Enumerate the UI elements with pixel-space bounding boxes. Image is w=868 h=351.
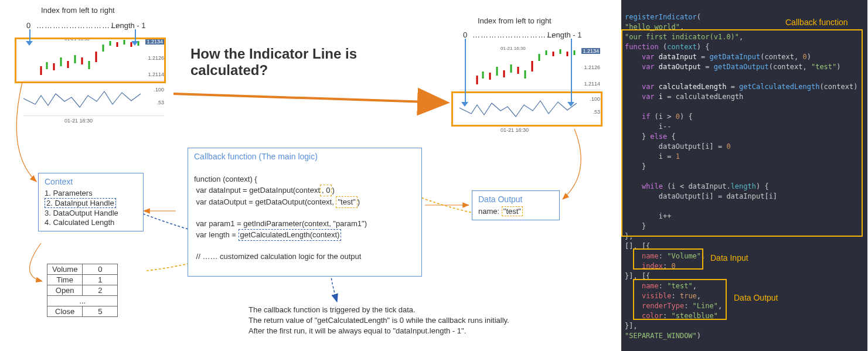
data-output-title: Data Output (478, 195, 553, 204)
highlight-price-left (15, 38, 166, 83)
candlestick-sketch-right (459, 43, 600, 90)
index-end-right: Length - 1 (547, 30, 582, 39)
ctx-item-2: 2. DataInput Handle (45, 198, 137, 208)
index-arrow-n-left (135, 29, 136, 42)
context-title: Context (45, 177, 137, 186)
title-text: How the Indicator Line is calculated? (190, 46, 357, 78)
index-dots-right: ………………………… (472, 30, 554, 39)
chart-price-panel-right: 1.2134 1.2126 1.2114 01-21 16:30 (459, 43, 600, 90)
callback-pseudocode: function (context) { var dataInput = get… (194, 163, 416, 272)
callout-datainput-label: Data Input (709, 253, 750, 263)
indicator-line-sketch (23, 81, 164, 116)
callout-dataoutput-label: Data Output (733, 293, 780, 303)
chart-indicator-panel: .100 .53 01-21 16:30 (23, 81, 164, 116)
data-output-box: Data Output name: "test" (472, 190, 560, 220)
footer-notes: The callback function is triggered by th… (249, 305, 600, 336)
index-start-left: 0 (26, 21, 30, 30)
index-start-right: 0 (463, 30, 467, 39)
highlight-indicator-right (451, 91, 603, 127)
x-time-bot: 01-21 16:30 (64, 118, 93, 124)
context-box: Context 1. Parameters 2. DataInput Handl… (38, 173, 144, 231)
index-arrow-0-left (29, 29, 30, 42)
callback-title: Callback function (The main logic) (194, 152, 416, 161)
ind-tick-0: .100 (154, 87, 164, 93)
datainput-index-table: Volume 0 Time1 Open2 ... Close5 (47, 264, 118, 317)
ctx-item-3: 3. DataOutput Handle (45, 209, 137, 217)
diagram-title: How the Indicator Line is calculated? (190, 46, 378, 79)
ctx-item-4: 4. Calculated Length (45, 218, 137, 227)
ind-tick-1: .53 (156, 100, 164, 105)
code-panel: registerIndicator( "hello_world", "our f… (621, 0, 867, 351)
ctx-item-1: 1. Parameters (45, 189, 137, 197)
svg-line-30 (173, 94, 445, 103)
index-label-left: Index from left to right (41, 6, 115, 15)
index-dots-left: ………………………… (36, 21, 118, 30)
index-label-right: Index from left to right (478, 16, 552, 25)
index-end-left: Length - 1 (111, 21, 146, 30)
callout-callback-label: Callback function (784, 18, 849, 28)
callback-box: Callback function (The main logic) funct… (188, 148, 422, 277)
